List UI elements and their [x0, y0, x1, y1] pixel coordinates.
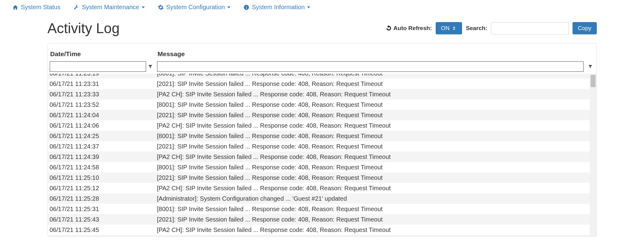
wrench-icon: [73, 4, 79, 10]
cell-date: 06/17/21 11:26:04: [50, 236, 157, 236]
cell-date: 06/17/21 11:24:25: [50, 131, 157, 141]
cell-message: [8001]: SIP Invite Session failed ... Re…: [157, 236, 595, 236]
table-row[interactable]: 06/17/21 11:25:31[8001]: SIP Invite Sess…: [48, 204, 596, 214]
nav-system-maintenance[interactable]: System Maintenance: [73, 4, 145, 11]
table-row[interactable]: 06/17/21 11:24:58[8001]: SIP Invite Sess…: [48, 162, 596, 172]
page-title: Activity Log: [48, 20, 120, 37]
filter-icon[interactable]: [586, 64, 595, 69]
table-row[interactable]: 06/17/21 11:25:28[Administrator]: System…: [48, 193, 596, 204]
cell-date: 06/17/21 11:25:45: [50, 225, 157, 234]
cell-date: 06/17/21 11:25:28: [50, 194, 157, 203]
nav-label: System Configuration: [166, 4, 225, 11]
cell-message: [PA2 CH]: SIP Invite Session failed ... …: [157, 90, 595, 99]
nav-label: System Maintenance: [82, 4, 139, 11]
nav-label: System Status: [21, 4, 60, 11]
table-row[interactable]: 06/17/21 11:24:25[8001]: SIP Invite Sess…: [48, 131, 596, 141]
activity-log-panel: Date/Time Message 06/17/21 11:23:19[8001…: [48, 43, 597, 237]
cell-date: 06/17/21 11:23:33: [50, 90, 157, 99]
sort-arrows-icon: [451, 25, 457, 31]
cell-message: [Administrator]: System Configuration ch…: [157, 194, 595, 203]
cell-message: [8001]: SIP Invite Session failed ... Re…: [157, 163, 595, 172]
cell-date: 06/17/21 11:25:12: [50, 183, 157, 193]
svg-rect-2: [246, 6, 247, 6]
cell-date: 06/17/21 11:24:58: [50, 163, 157, 172]
filter-date-input[interactable]: [50, 61, 146, 72]
table-row[interactable]: 06/17/21 11:23:31[2021]: SIP Invite Sess…: [48, 79, 596, 89]
table-row[interactable]: 06/17/21 11:24:04[2021]: SIP Invite Sess…: [48, 110, 596, 120]
nav-system-configuration[interactable]: System Configuration: [158, 4, 230, 11]
table-row[interactable]: 06/17/21 11:25:12[PA2 CH]: SIP Invite Se…: [48, 183, 596, 193]
cell-message: [PA2 CH]: SIP Invite Session failed ... …: [157, 225, 595, 234]
nav-system-information[interactable]: System Information: [243, 4, 310, 11]
auto-refresh-state: ON: [441, 25, 450, 32]
table-row[interactable]: 06/17/21 11:23:52[8001]: SIP Invite Sess…: [48, 99, 596, 110]
table-row[interactable]: 06/17/21 11:25:10[2021]: SIP Invite Sess…: [48, 172, 596, 183]
nav-label: System Information: [252, 4, 305, 11]
info-icon: [243, 4, 249, 10]
refresh-icon: [385, 25, 392, 32]
cell-date: 06/17/21 11:24:37: [50, 142, 157, 151]
filter-icon[interactable]: [146, 64, 155, 69]
cell-date: 06/17/21 11:23:52: [50, 100, 157, 109]
search-label: Search:: [466, 25, 487, 32]
table-row[interactable]: 06/17/21 11:24:39[PA2 CH]: SIP Invite Se…: [48, 152, 596, 162]
column-header-message[interactable]: Message: [157, 50, 595, 58]
table-row[interactable]: 06/17/21 11:25:43[2021]: SIP Invite Sess…: [48, 214, 596, 225]
cell-message: [8001]: SIP Invite Session failed ... Re…: [157, 74, 595, 78]
chevron-down-icon: [307, 6, 310, 8]
search-input[interactable]: [491, 22, 569, 34]
copy-button[interactable]: Copy: [573, 22, 596, 34]
cell-message: [2021]: SIP Invite Session failed ... Re…: [157, 215, 595, 224]
cell-date: 06/17/21 11:25:10: [50, 173, 157, 182]
page-controls: Auto Refresh: ON Search: Copy: [385, 22, 596, 34]
cell-date: 06/17/21 11:25:31: [50, 204, 157, 214]
cell-date: 06/17/21 11:24:04: [50, 110, 157, 120]
auto-refresh-toggle[interactable]: ON: [436, 22, 462, 34]
cell-date: 06/17/21 11:24:39: [50, 152, 157, 161]
cell-message: [2021]: SIP Invite Session failed ... Re…: [157, 110, 595, 120]
chevron-down-icon: [142, 6, 145, 8]
cell-message: [PA2 CH]: SIP Invite Session failed ... …: [157, 152, 595, 161]
svg-rect-1: [246, 7, 247, 9]
cell-message: [PA2 CH]: SIP Invite Session failed ... …: [157, 121, 595, 130]
filter-message-input[interactable]: [157, 61, 584, 72]
table-row[interactable]: 06/17/21 11:23:33[PA2 CH]: SIP Invite Se…: [48, 89, 596, 99]
table-row[interactable]: 06/17/21 11:26:04[8001]: SIP Invite Sess…: [48, 235, 596, 236]
gear-icon: [158, 4, 164, 10]
cell-date: 06/17/21 11:25:43: [50, 215, 157, 224]
cell-message: [8001]: SIP Invite Session failed ... Re…: [157, 100, 595, 109]
cell-message: [8001]: SIP Invite Session failed ... Re…: [157, 131, 595, 141]
column-header-date[interactable]: Date/Time: [50, 50, 157, 58]
top-nav: System Status System Maintenance System …: [0, 0, 644, 14]
cell-message: [2021]: SIP Invite Session failed ... Re…: [157, 142, 595, 151]
cell-message: [PA2 CH]: SIP Invite Session failed ... …: [157, 183, 595, 193]
chevron-down-icon: [227, 6, 230, 8]
table-row[interactable]: 06/17/21 11:23:19[8001]: SIP Invite Sess…: [48, 74, 596, 79]
copy-button-label: Copy: [578, 25, 591, 32]
nav-system-status[interactable]: System Status: [12, 4, 60, 11]
cell-date: 06/17/21 11:24:06: [50, 121, 157, 130]
scroll-thumb[interactable]: [591, 75, 596, 87]
auto-refresh-label: Auto Refresh:: [393, 25, 432, 32]
cell-date: 06/17/21 11:23:19: [50, 74, 157, 78]
table-row[interactable]: 06/17/21 11:24:06[PA2 CH]: SIP Invite Se…: [48, 120, 596, 131]
cell-message: [2021]: SIP Invite Session failed ... Re…: [157, 173, 595, 182]
table-row[interactable]: 06/17/21 11:24:37[2021]: SIP Invite Sess…: [48, 141, 596, 152]
cell-message: [2021]: SIP Invite Session failed ... Re…: [157, 79, 595, 88]
cell-message: [8001]: SIP Invite Session failed ... Re…: [157, 204, 595, 214]
cell-date: 06/17/21 11:23:31: [50, 79, 157, 88]
home-icon: [12, 4, 18, 10]
vertical-scrollbar[interactable]: [590, 74, 596, 236]
table-row[interactable]: 06/17/21 11:25:45[PA2 CH]: SIP Invite Se…: [48, 225, 596, 235]
